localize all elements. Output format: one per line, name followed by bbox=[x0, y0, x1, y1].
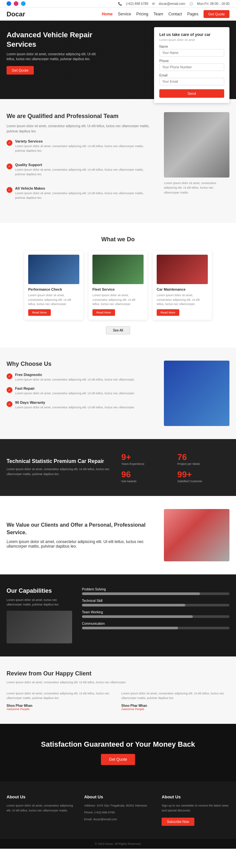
service-image-2 bbox=[157, 255, 208, 284]
skill-0: Problem Solving bbox=[82, 588, 230, 595]
qualified-image-section: Lorem ipsum dolor sit amet, consectetur … bbox=[164, 112, 230, 210]
stat-number-3: 99+ bbox=[177, 469, 230, 479]
stat-number-2: 96 bbox=[121, 469, 174, 479]
facebook-icon[interactable] bbox=[6, 1, 11, 6]
nav-service[interactable]: Service bbox=[118, 12, 131, 17]
feature-vehicles: All Vehicle Makes Lorem ipsum dolor sit … bbox=[6, 186, 154, 205]
qualified-content: We are Qualified and Professional Team L… bbox=[6, 112, 154, 210]
stat-0: 9+ Years Experience bbox=[121, 452, 174, 466]
capabilities-title: Our Capabilities bbox=[6, 588, 72, 594]
what-we-do-section: What we Do Performance Check Lorem ipsum… bbox=[0, 223, 236, 347]
skill-3: Communication bbox=[82, 622, 230, 629]
skill-fill-1 bbox=[82, 604, 185, 607]
feature-title-vehicles: All Vehicle Makes bbox=[15, 186, 154, 190]
feature-title-quality: Quality Support bbox=[15, 163, 154, 167]
skill-fill-3 bbox=[82, 627, 178, 629]
service-desc-1: Lorem ipsum dolor sit amet, consectetur … bbox=[93, 293, 143, 307]
nav-links: Home Service Pricing Team Contact Pages … bbox=[102, 10, 230, 18]
form-phone-input[interactable] bbox=[159, 63, 224, 71]
guarantee-cta-button[interactable]: Get Quote bbox=[101, 754, 135, 765]
footer-email: Email: docar@email.com bbox=[84, 817, 152, 822]
feature-text-variety: Variety Services Lorem ipsum dolor sit a… bbox=[15, 139, 154, 158]
skill-fill-0 bbox=[82, 592, 200, 595]
stat-label-3: Satisfied Customer bbox=[177, 479, 230, 483]
form-name-input[interactable] bbox=[159, 49, 224, 57]
skill-bar-0 bbox=[82, 592, 230, 595]
service-title-1: Fleet Service bbox=[93, 287, 143, 291]
review-text-0: Lorem ipsum dolor sit amet, consectetur … bbox=[6, 691, 115, 701]
stat-label-1: Project per Week bbox=[177, 462, 230, 466]
why-choose-section: Why Choose Us Free Diagnostic Lorem ipsu… bbox=[0, 347, 236, 439]
service-card-1: Fleet Service Lorem ipsum dolor sit amet… bbox=[88, 251, 148, 320]
nav-contact[interactable]: Contact bbox=[168, 12, 182, 17]
review-card-0: Lorem ipsum dolor sit amet, consectetur … bbox=[6, 691, 115, 711]
guarantee-section: Satisfaction Guaranteed or Your Money Ba… bbox=[0, 724, 236, 781]
nav-pricing[interactable]: Pricing bbox=[136, 12, 149, 17]
instagram-icon[interactable] bbox=[14, 1, 18, 6]
nav-logo[interactable]: Docar bbox=[6, 10, 25, 18]
stats-title: Technical Statistic Premium Car Repair bbox=[6, 458, 115, 464]
footer-bottom: © 2023 Docar. All Rights Reserved. bbox=[0, 839, 236, 849]
skills-list: Problem Solving Technical Skill Team Wor… bbox=[82, 588, 230, 644]
capabilities-section: Our Capabilities Lorem ipsum dolor sit a… bbox=[0, 575, 236, 657]
why-choose-image bbox=[164, 361, 230, 426]
feature-dot-quality bbox=[6, 163, 12, 169]
stat-label-2: Get Awards bbox=[121, 479, 174, 483]
social-links[interactable] bbox=[6, 1, 26, 6]
stat-number-0: 9+ bbox=[121, 452, 174, 462]
form-email-input[interactable] bbox=[159, 78, 224, 85]
service-card-2: Car Maintenance Lorem ipsum dolor sit am… bbox=[153, 251, 212, 320]
skill-label-0: Problem Solving bbox=[82, 588, 230, 591]
contact-info: 📞 (+62) 898 6789 ✉ docar@email.com 🕗 Mon… bbox=[118, 2, 230, 5]
skill-fill-2 bbox=[82, 615, 193, 618]
subscribe-button[interactable]: Subscribe Now bbox=[162, 818, 194, 826]
service-card-0: Performance Check Lorem ipsum dolor sit … bbox=[24, 251, 83, 320]
read-more-button-0[interactable]: Read More bbox=[28, 309, 51, 316]
why-feature-1: Fast Repair Lorem ipsum dolor sit amet, … bbox=[6, 386, 154, 396]
navbar: Docar Home Service Pricing Team Contact … bbox=[0, 7, 236, 21]
read-more-button-1[interactable]: Read More bbox=[93, 309, 115, 316]
why-feature-desc-1: Lorem ipsum dolor sit amet, consectetur … bbox=[15, 391, 135, 396]
footer-col-2: About Us Sign up to our newsletter to re… bbox=[162, 795, 230, 826]
footer-title-0: About Us bbox=[6, 795, 74, 799]
reviews-intro: Lorem ipsum dolor sit amet, consectetur … bbox=[6, 680, 230, 685]
feature-title-variety: Variety Services bbox=[15, 139, 154, 143]
why-left-content: Why Choose Us Free Diagnostic Lorem ipsu… bbox=[6, 361, 154, 426]
footer-col-0: About Us Lorem ipsum dolor sit amet, con… bbox=[6, 795, 74, 826]
nav-pages[interactable]: Pages bbox=[187, 12, 198, 17]
review-card-1: Lorem ipsum dolor sit amet, consectetur … bbox=[121, 691, 230, 711]
nav-home[interactable]: Home bbox=[102, 12, 112, 17]
skill-bar-2 bbox=[82, 615, 230, 618]
skill-label-2: Team Working bbox=[82, 610, 230, 614]
skill-1: Technical Skill bbox=[82, 599, 230, 607]
service-image-1 bbox=[93, 255, 143, 284]
qualified-description: Lorem ipsum dolor sit amet, consectetur … bbox=[6, 124, 154, 134]
why-feature-desc-2: Lorem ipsum dolor sit amet, consectetur … bbox=[15, 405, 135, 410]
footer-address: Address: 2476 Slyv Tregakuda, 80201 Inte… bbox=[84, 803, 152, 808]
nav-team[interactable]: Team bbox=[154, 12, 163, 17]
nav-cta-button[interactable]: Get Quote bbox=[204, 10, 230, 18]
reviews-section: Review from Our Happy Client Lorem ipsum… bbox=[0, 656, 236, 723]
phone-number: (+62) 898 6789 bbox=[126, 2, 148, 5]
form-submit-button[interactable]: Send bbox=[159, 89, 224, 98]
footer-col-1: About Us Address: 2476 Slyv Tregakuda, 8… bbox=[84, 795, 152, 826]
footer-title-2: About Us bbox=[162, 795, 230, 799]
skill-label-3: Communication bbox=[82, 622, 230, 625]
footer-title-1: About Us bbox=[84, 795, 152, 799]
twitter-icon[interactable] bbox=[21, 1, 26, 6]
service-desc-0: Lorem ipsum dolor sit amet, consectetur … bbox=[28, 293, 79, 307]
capabilities-content: Our Capabilities Lorem ipsum dolor sit a… bbox=[6, 588, 72, 644]
footer-phone: Phone: (+62)-896-6789 bbox=[84, 810, 152, 815]
feature-text-vehicles: All Vehicle Makes Lorem ipsum dolor sit … bbox=[15, 186, 154, 205]
why-dot-1 bbox=[6, 387, 12, 393]
feature-text-quality: Quality Support Lorem ipsum dolor sit am… bbox=[15, 163, 154, 182]
hero-cta-button[interactable]: Get Quote bbox=[6, 66, 34, 74]
see-all-button[interactable]: See All bbox=[106, 326, 130, 335]
email-address: docar@email.com bbox=[159, 2, 185, 5]
read-more-button-2[interactable]: Read More bbox=[157, 309, 179, 316]
service-desc-2: Lorem ipsum dolor sit amet, consectetur … bbox=[157, 293, 208, 307]
feature-desc-quality: Lorem ipsum dolor sit amet, consectetur … bbox=[15, 168, 154, 177]
stats-description: Lorem ipsum dolor sit amet, consectetur … bbox=[6, 467, 115, 476]
hero-title: Advanced Vehicle Repair Services bbox=[6, 30, 105, 49]
feature-variety: Variety Services Lorem ipsum dolor sit a… bbox=[6, 139, 154, 158]
